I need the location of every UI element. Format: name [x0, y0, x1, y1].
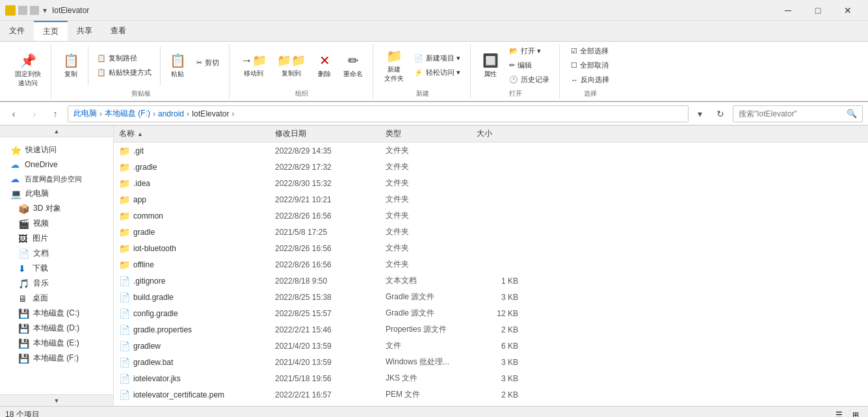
- open-button[interactable]: 📂 打开 ▾: [505, 44, 554, 58]
- details-view-button[interactable]: ☰: [832, 408, 846, 418]
- sidebar-item-desktop[interactable]: 🖥 桌面: [0, 291, 113, 306]
- paste-button[interactable]: 📋 粘贴: [164, 49, 191, 82]
- table-row[interactable]: 📁 .idea 2022/8/30 15:32 文件夹: [114, 175, 868, 191]
- table-row[interactable]: 📄 build.gradle 2022/8/25 15:38 Gradle 源文…: [114, 289, 868, 305]
- table-row[interactable]: 📁 common 2022/8/26 16:56 文件夹: [114, 208, 868, 224]
- easy-access-button[interactable]: ⚡ 轻松访问 ▾: [410, 66, 465, 79]
- breadcrumb-this-pc[interactable]: 此电脑: [73, 108, 97, 119]
- invert-icon: ↔: [571, 76, 578, 84]
- new-folder-button[interactable]: 📁 新建 文件夹: [380, 45, 408, 87]
- move-icon: →📁: [241, 53, 267, 68]
- copy-button[interactable]: 📋 复制: [58, 44, 84, 87]
- tab-share[interactable]: 共享: [68, 21, 101, 41]
- minimize-button[interactable]: ─: [773, 0, 803, 21]
- delete-button[interactable]: ✕ 删除: [311, 49, 337, 82]
- tab-home[interactable]: 主页: [34, 21, 68, 41]
- search-input[interactable]: [739, 109, 847, 118]
- edit-button[interactable]: ✏ 编辑: [505, 59, 554, 72]
- sidebar-item-this-pc[interactable]: 💻 此电脑: [0, 186, 113, 201]
- col-header-size[interactable]: 大小: [471, 127, 523, 141]
- sidebar-item-music[interactable]: 🎵 音乐: [0, 276, 113, 291]
- table-row[interactable]: 📁 offline 2022/8/26 16:56 文件夹: [114, 256, 868, 273]
- open-label: 打开 ▾: [521, 46, 541, 56]
- table-row[interactable]: 📁 iot-bluetooth 2022/8/26 16:56 文件夹: [114, 240, 868, 256]
- paste-shortcut-button[interactable]: 📋 粘贴快捷方式: [92, 66, 156, 79]
- sidebar-item-disk-e[interactable]: 💾 本地磁盘 (E:): [0, 336, 113, 351]
- table-row[interactable]: 📁 .gradle 2022/8/29 17:32 文件夹: [114, 159, 868, 175]
- sidebar-item-disk-f[interactable]: 💾 本地磁盘 (F:): [0, 351, 113, 366]
- file-name-text: gradle: [133, 228, 155, 237]
- properties-button[interactable]: 🔲 属性: [477, 49, 503, 82]
- breadcrumb[interactable]: 此电脑 › 本地磁盘 (F:) › android › IotElevator …: [68, 105, 689, 122]
- file-icon: 📄: [119, 406, 131, 407]
- copy-to-button[interactable]: 📁📁 复制到: [272, 50, 310, 81]
- col-header-type[interactable]: 类型: [380, 127, 471, 141]
- new-item-button[interactable]: 📄 新建项目 ▾: [410, 51, 465, 65]
- sidebar-item-downloads[interactable]: ⬇ 下载: [0, 261, 113, 276]
- file-type: 文本文档: [380, 274, 471, 288]
- sidebar-item-label: 本地磁盘 (D:): [33, 323, 79, 334]
- large-icons-view-button[interactable]: ⊞: [848, 408, 863, 418]
- cut-group: ✂ 剪切: [192, 56, 224, 75]
- sidebar-item-videos[interactable]: 🎬 视频: [0, 216, 113, 231]
- up-button[interactable]: ↑: [47, 105, 64, 122]
- pin-to-quick-access-button[interactable]: 📌 固定到快 速访问: [10, 49, 46, 91]
- sidebar-item-pictures[interactable]: 🖼 图片: [0, 231, 113, 246]
- breadcrumb-android[interactable]: android: [158, 109, 184, 118]
- copy-path-button[interactable]: 📋 复制路径: [92, 51, 156, 65]
- dropdown-button[interactable]: ▾: [691, 105, 708, 122]
- search-box: 🔍: [733, 105, 863, 122]
- table-row[interactable]: 📁 app 2022/9/21 10:21 文件夹: [114, 191, 868, 208]
- forward-button[interactable]: ›: [26, 105, 43, 122]
- table-row[interactable]: 📄 gradlew.bat 2021/4/20 13:59 Windows 批处…: [114, 354, 868, 370]
- sidebar-item-disk-c[interactable]: 💾 本地磁盘 (C:): [0, 306, 113, 321]
- ribbon-group-organize: →📁 移动到 📁📁 复制到 ✕ 删除 ✏ 重命名 组织: [231, 44, 373, 98]
- sidebar-item-documents[interactable]: 📄 文档: [0, 246, 113, 261]
- refresh-button[interactable]: ↻: [712, 105, 729, 122]
- maximize-button[interactable]: □: [803, 0, 833, 21]
- sidebar-item-disk-d[interactable]: 💾 本地磁盘 (D:): [0, 321, 113, 336]
- file-name-text: .gitignore: [133, 276, 165, 286]
- rename-button[interactable]: ✏ 重命名: [339, 49, 367, 82]
- table-row[interactable]: 📄 iotelevator_certificate.pem 2022/2/21 …: [114, 386, 868, 403]
- cut-button[interactable]: ✂ 剪切: [192, 56, 224, 70]
- paste-label: 粘贴: [171, 70, 184, 79]
- sidebar-item-3d-objects[interactable]: 📦 3D 对象: [0, 201, 113, 216]
- table-row[interactable]: 📄 gradle.properties 2022/2/21 15:46 Prop…: [114, 321, 868, 338]
- file-date: 2021/5/18 19:56: [270, 373, 380, 384]
- breadcrumb-iotelevator: IotElevator: [192, 109, 229, 118]
- select-none-button[interactable]: ☐ 全部取消: [566, 59, 614, 72]
- table-row[interactable]: 📄 .gitignore 2022/8/18 9:50 文本文档 1 KB: [114, 273, 868, 289]
- table-row[interactable]: 📄 config.gradle 2022/8/25 15:57 Gradle 源…: [114, 305, 868, 321]
- close-button[interactable]: ✕: [833, 0, 863, 21]
- tab-file[interactable]: 文件: [0, 21, 34, 41]
- table-row[interactable]: 📄 local.properties 2022/2/18 17:31 Prope…: [114, 403, 868, 406]
- back-button[interactable]: ‹: [5, 105, 22, 122]
- sidebar-item-onedrive[interactable]: ☁ OneDrive: [0, 157, 113, 172]
- sidebar-item-label: 文档: [33, 248, 49, 259]
- sidebar-item-baidu[interactable]: ☁ 百度网盘同步空间: [0, 172, 113, 186]
- col-header-date[interactable]: 修改日期: [270, 127, 380, 141]
- ribbon: 📌 固定到快 速访问 📋 复制 📋 复制路径 📋 粘贴快捷方式: [0, 42, 868, 102]
- breadcrumb-disk-f[interactable]: 本地磁盘 (F:): [105, 108, 150, 119]
- sidebar-scroll-up[interactable]: ▲: [0, 126, 113, 137]
- file-type: Properties 源文件: [380, 323, 471, 336]
- select-all-button[interactable]: ☑ 全部选择: [566, 44, 614, 58]
- file-name-text: common: [133, 211, 163, 221]
- tab-view[interactable]: 查看: [101, 21, 135, 41]
- table-row[interactable]: 📁 gradle 2021/5/8 17:25 文件夹: [114, 224, 868, 240]
- file-name-text: offline: [133, 260, 154, 269]
- history-button[interactable]: 🕐 历史记录: [505, 73, 554, 87]
- col-header-name[interactable]: 名称 ▲: [114, 127, 270, 141]
- table-row[interactable]: 📁 .git 2022/8/29 14:35 文件夹: [114, 142, 868, 159]
- invert-selection-button[interactable]: ↔ 反向选择: [566, 73, 614, 87]
- table-row[interactable]: 📄 iotelevator.jks 2021/5/18 19:56 JKS 文件…: [114, 370, 868, 386]
- move-to-button[interactable]: →📁 移动到: [236, 50, 271, 81]
- table-row[interactable]: 📄 gradlew 2021/4/20 13:59 文件 6 KB: [114, 338, 868, 354]
- sidebar-scroll-down[interactable]: ▼: [0, 394, 113, 406]
- file-name-text: gradlew: [133, 342, 161, 351]
- file-icon: 📁: [119, 211, 131, 221]
- file-name: 📄 gradlew: [114, 340, 270, 353]
- file-type: 文件夹: [380, 209, 471, 222]
- sidebar-item-quick-access[interactable]: ⭐ 快速访问: [0, 142, 113, 157]
